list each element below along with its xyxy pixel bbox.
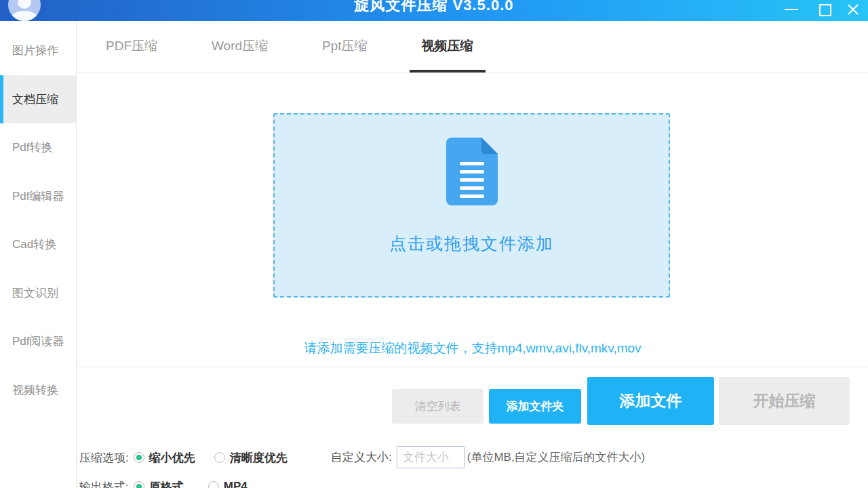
supported-formats-hint: 请添加需要压缩的视频文件，支持mp4,wmv,avi,flv,mkv,mov (77, 340, 868, 357)
document-icon (446, 138, 498, 205)
sidebar-item-image-ops[interactable]: 图片操作 (0, 26, 76, 75)
tab-bar: PDF压缩 Word压缩 Ppt压缩 视频压缩 (77, 21, 868, 73)
sidebar-item-label: Pdf转换 (12, 140, 53, 155)
sidebar-item-pdf-editor[interactable]: Pdf编辑器 (0, 172, 76, 221)
sidebar-item-ocr[interactable]: 图文识别 (0, 269, 76, 318)
sidebar-item-label: Pdf编辑器 (12, 188, 64, 204)
sidebar-item-label: Cad转换 (12, 237, 56, 252)
radio-mp4-format-label[interactable]: MP4 (224, 480, 248, 488)
drop-zone-text: 点击或拖拽文件添加 (389, 232, 554, 255)
radio-shrink-priority[interactable] (134, 452, 144, 463)
compress-options-label: 压缩选项: (79, 450, 129, 466)
add-folder-button[interactable]: 添加文件夹 (489, 389, 581, 424)
titlebar: 旋风文件压缩 V3.5.0.0 (0, 0, 868, 21)
window-title: 旋风文件压缩 V3.5.0.0 (0, 0, 868, 16)
file-drop-zone[interactable]: 点击或拖拽文件添加 (273, 113, 670, 298)
sidebar-item-label: Pdf阅读器 (12, 333, 64, 349)
sidebar-item-label: 图片操作 (12, 43, 58, 58)
sidebar-item-cad-convert[interactable]: Cad转换 (0, 220, 76, 269)
compress-options-group: 压缩选项: 缩小优先 清晰度优先 (79, 449, 288, 466)
clear-list-button[interactable]: 清空列表 (392, 389, 484, 424)
sidebar-item-label: 图文识别 (12, 285, 58, 301)
add-file-button[interactable]: 添加文件 (587, 377, 714, 425)
output-format-label: 输出格式: (79, 479, 129, 488)
tab-ppt-compress[interactable]: Ppt压缩 (310, 21, 380, 73)
section-divider (77, 367, 868, 367)
active-accent-bar (0, 75, 3, 124)
tab-pdf-compress[interactable]: PDF压缩 (94, 21, 170, 73)
app-window: 旋风文件压缩 V3.5.0.0 图片操作 文档压缩 Pdf转换 Pdf编辑器 C… (0, 0, 868, 488)
sidebar: 图片操作 文档压缩 Pdf转换 Pdf编辑器 Cad转换 图文识别 Pdf阅读器… (0, 21, 77, 488)
tab-word-compress[interactable]: Word压缩 (199, 21, 280, 73)
radio-original-format-label[interactable]: 原格式 (149, 479, 184, 488)
custom-size-label: 自定义大小: (331, 449, 392, 465)
radio-original-format[interactable] (134, 481, 144, 488)
tab-video-compress[interactable]: 视频压缩 (410, 21, 486, 73)
custom-size-group: 自定义大小: (单位MB,自定义压缩后的文件大小) (331, 445, 645, 469)
radio-mp4-format[interactable] (208, 481, 219, 488)
start-compress-button[interactable]: 开始压缩 (719, 377, 850, 425)
sidebar-item-label: 视频转换 (12, 382, 58, 398)
maximize-icon[interactable] (819, 4, 831, 16)
radio-clarity-priority-label[interactable]: 清晰度优先 (230, 450, 288, 466)
close-icon[interactable] (846, 3, 860, 16)
sidebar-item-video-convert[interactable]: 视频转换 (0, 366, 76, 415)
sidebar-item-pdf-reader[interactable]: Pdf阅读器 (0, 317, 76, 366)
sidebar-item-label: 文档压缩 (12, 92, 58, 107)
radio-clarity-priority[interactable] (214, 452, 225, 463)
minimize-icon[interactable] (785, 9, 798, 10)
custom-size-input[interactable] (397, 446, 465, 468)
custom-size-note: (单位MB,自定义压缩后的文件大小) (467, 449, 646, 465)
radio-shrink-priority-label[interactable]: 缩小优先 (149, 450, 195, 466)
output-format-group: 输出格式: 原格式 MP4 (79, 479, 248, 488)
sidebar-item-pdf-convert[interactable]: Pdf转换 (0, 123, 76, 172)
sidebar-item-doc-compress[interactable]: 文档压缩 (0, 75, 76, 124)
